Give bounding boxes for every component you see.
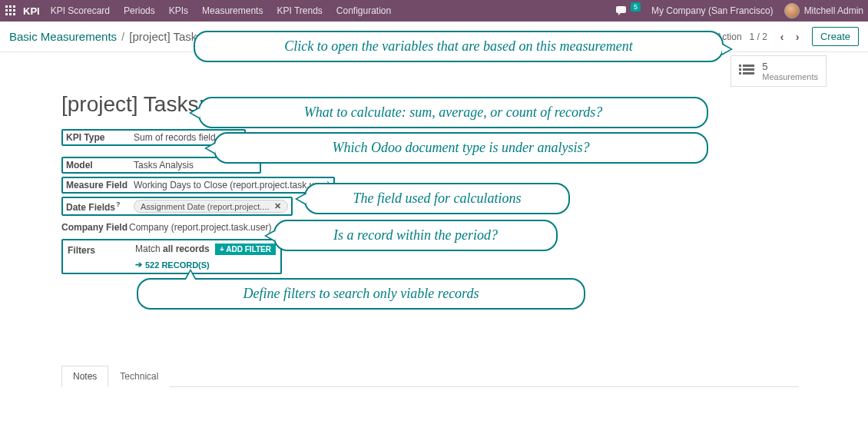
tag-remove-icon[interactable]: ✕ <box>274 201 281 211</box>
pager-prev[interactable]: ‹ <box>775 28 789 45</box>
tag-date-field[interactable]: Assignment Date (report.project.... ✕ <box>134 200 288 213</box>
svg-rect-4 <box>9 9 12 12</box>
stat-measurements[interactable]: 5 Measurements <box>731 55 827 87</box>
pager-text: 1 / 2 <box>750 31 767 42</box>
app-brand[interactable]: KPI <box>23 5 40 17</box>
form-tabs: Notes Technical <box>61 365 799 387</box>
add-filter-button[interactable]: + ADD FILTER <box>215 244 276 255</box>
value-kpi-type[interactable]: Sum of records field <box>134 132 216 143</box>
svg-rect-13 <box>739 72 741 75</box>
svg-rect-0 <box>5 5 8 8</box>
label-kpi-type: KPI Type <box>66 132 134 143</box>
nav-configuration[interactable]: Configuration <box>336 5 391 16</box>
nav-periods[interactable]: Periods <box>124 5 155 16</box>
callout-variables: Click to open the variables that are bas… <box>194 31 724 62</box>
callout-field: The field used for calculations <box>304 183 570 214</box>
label-company-field: Company Field <box>61 222 129 233</box>
company-selector[interactable]: My Company (San Francisco) <box>651 5 774 16</box>
tab-notes[interactable]: Notes <box>61 366 108 387</box>
svg-rect-10 <box>743 65 754 67</box>
callout-calculate: What to calculate: sum, average, or coun… <box>198 97 708 128</box>
svg-rect-11 <box>739 68 741 71</box>
value-measure-field[interactable]: Working Days to Close (report.project.ta… <box>134 180 330 190</box>
svg-rect-8 <box>13 13 15 15</box>
svg-rect-9 <box>739 65 741 67</box>
callout-filters: Define filters to search only viable rec… <box>137 278 585 310</box>
chat-badge: 5 <box>631 2 641 12</box>
nav-kpi-scorecard[interactable]: KPI Scorecard <box>51 5 110 16</box>
breadcrumb-separator: / <box>121 30 124 43</box>
svg-rect-3 <box>5 9 8 12</box>
tab-technical[interactable]: Technical <box>108 366 170 387</box>
callout-period: Is a record within the period? <box>273 220 558 251</box>
svg-rect-12 <box>743 68 754 71</box>
label-date-fields: Date Fields? <box>66 200 134 213</box>
callout-document-type: Which Odoo document type is under analys… <box>214 132 708 164</box>
pager-next[interactable]: › <box>790 28 804 45</box>
svg-rect-7 <box>9 13 12 15</box>
nav-measurements[interactable]: Measurements <box>202 5 263 16</box>
apps-icon[interactable] <box>5 5 17 17</box>
nav-kpi-trends[interactable]: KPI Trends <box>277 5 322 16</box>
records-link[interactable]: ➔ 522 RECORD(S) <box>135 260 210 270</box>
svg-rect-2 <box>13 5 15 8</box>
label-model: Model <box>66 160 134 171</box>
breadcrumb: Basic Measurements / [project] Tasks: W <box>9 30 220 43</box>
svg-rect-5 <box>13 9 15 12</box>
filters-match: Match all records + ADD FILTER <box>135 244 276 255</box>
value-model[interactable]: Tasks Analysis <box>134 160 194 171</box>
user-name: Mitchell Admin <box>804 5 863 16</box>
user-menu[interactable]: Mitchell Admin <box>784 3 863 18</box>
create-button[interactable]: Create <box>812 27 859 46</box>
top-nav: KPI KPI Scorecard Periods KPIs Measureme… <box>0 0 868 22</box>
svg-rect-14 <box>743 72 754 75</box>
svg-rect-6 <box>5 13 8 15</box>
stat-label: Measurements <box>762 72 818 81</box>
tag-text: Assignment Date (report.project.... <box>141 202 270 211</box>
value-company-field[interactable]: Company (report.project.task.user) <box>129 222 271 233</box>
arrow-right-icon: ➔ <box>135 260 142 270</box>
stat-count: 5 <box>762 61 818 72</box>
label-measure-field: Measure Field <box>66 180 134 190</box>
list-icon <box>739 64 754 78</box>
label-filters: Filters <box>68 244 135 256</box>
avatar <box>784 3 800 18</box>
svg-rect-1 <box>9 5 12 8</box>
pager-nav: ‹ › <box>775 28 804 45</box>
nav-kpis[interactable]: KPIs <box>169 5 188 16</box>
chat-button[interactable]: 5 <box>616 5 641 16</box>
breadcrumb-root[interactable]: Basic Measurements <box>9 30 117 43</box>
